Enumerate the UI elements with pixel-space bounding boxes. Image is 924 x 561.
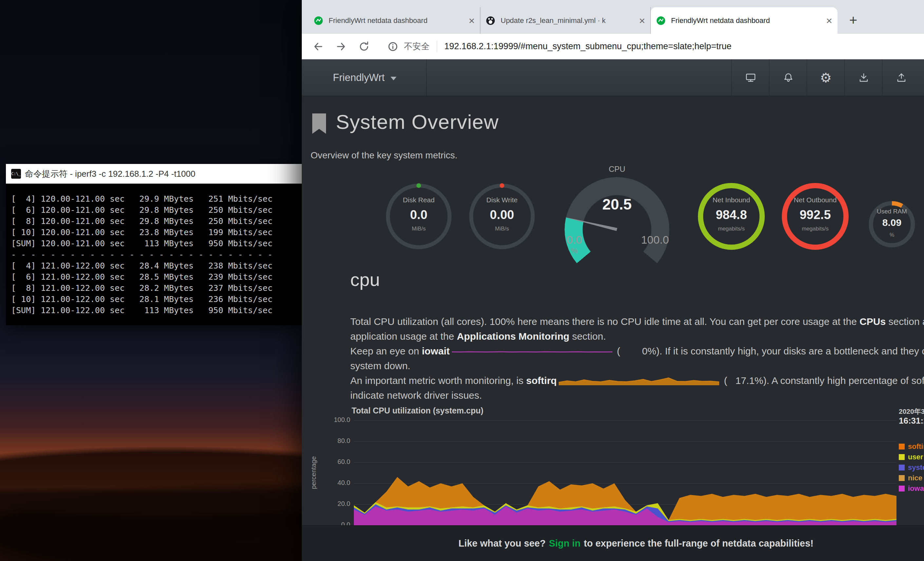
footer-text-prefix: Like what you see? — [458, 538, 546, 549]
browser-tab[interactable]: FriendlyWrt netdata dashboard× — [651, 7, 837, 34]
legend-label: softirq — [908, 442, 924, 451]
netdata-favicon — [314, 16, 323, 26]
brand-label: FriendlyWrt — [333, 72, 385, 84]
legend-item[interactable]: iowait — [899, 484, 924, 493]
address-bar[interactable]: 不安全 192.168.2.1:19999/#menu_system_subme… — [302, 34, 924, 59]
tab-close-icon[interactable]: × — [826, 16, 832, 26]
used-ram-gauge[interactable]: Used RAM 8.09 % — [862, 195, 921, 254]
settings-gear-button[interactable]: ⚙ — [807, 59, 845, 96]
inline-link[interactable]: iowait — [422, 346, 450, 356]
softirq-sparkline — [559, 375, 719, 385]
reload-icon[interactable] — [357, 40, 370, 53]
signin-link[interactable]: Sign in — [549, 538, 580, 549]
gauge-value: 992.5 — [776, 208, 855, 222]
back-icon[interactable] — [312, 40, 325, 53]
new-tab-button[interactable]: + — [844, 11, 862, 30]
net-inbound-gauge[interactable]: Net Inbound 984.8 megabits/s — [692, 177, 771, 256]
net-outbound-gauge[interactable]: Net Outbound 992.5 megabits/s — [776, 177, 855, 256]
cpu-utilization-chart[interactable] — [354, 420, 897, 525]
chevron-down-icon — [391, 77, 396, 80]
gauge-title: Disk Write — [463, 196, 541, 204]
gauge-value: 984.8 — [692, 208, 771, 222]
legend-swatch — [899, 475, 904, 481]
y-tick-label: 20.0 — [315, 500, 350, 508]
y-tick-label: 100.0 — [315, 416, 350, 424]
url-text[interactable]: 192.168.2.1:19999/#menu_system_submenu_c… — [444, 41, 924, 51]
legend-label: user — [908, 453, 923, 461]
gear-icon: ⚙ — [820, 71, 832, 84]
address-divider — [437, 41, 437, 52]
tab-title: FriendlyWrt netdata dashboard — [671, 17, 822, 25]
text-run: ). A constantly high percentage of softi… — [764, 375, 924, 386]
gauge-title: Disk Read — [380, 196, 458, 204]
legend-item[interactable]: nice — [899, 474, 922, 483]
page-info-icon[interactable] — [386, 40, 399, 53]
terminal-window[interactable]: C:\_ 命令提示符 - iperf3 -c 192.168.1.2 -P4 -… — [6, 164, 302, 325]
legend-item[interactable]: softirq — [899, 442, 924, 451]
text-run: ( — [721, 375, 727, 386]
tab-title: Update r2s_lean_minimal.yml · k — [501, 17, 634, 25]
inline-link[interactable]: CPUs — [860, 316, 886, 327]
description-line: An important metric worth monitoring, is… — [350, 373, 924, 388]
export-button[interactable] — [882, 59, 920, 96]
terminal-titlebar[interactable]: C:\_ 命令提示符 - iperf3 -c 192.168.1.2 -P4 -… — [6, 164, 302, 183]
browser-tab[interactable]: Update r2s_lean_minimal.yml · k× — [480, 7, 651, 34]
github-favicon — [486, 16, 495, 26]
legend-item[interactable]: user — [899, 453, 923, 462]
gauge-max: 100.0 — [629, 233, 681, 246]
legend-swatch — [899, 454, 904, 460]
netdata-navbar: FriendlyWrt ⚙ — [302, 59, 924, 96]
terminal-output: [ 4] 120.00-121.00 sec 29.9 MBytes 251 M… — [6, 183, 302, 325]
gauge-unit: MiB/s — [380, 226, 458, 232]
iowait-sparkline — [452, 347, 612, 356]
import-button[interactable] — [844, 59, 882, 96]
gauge-arc — [564, 177, 669, 282]
cmd-icon: C:\_ — [11, 169, 21, 179]
forward-icon[interactable] — [334, 40, 348, 53]
y-tick-label: 80.0 — [315, 437, 350, 445]
text-run: ). If it is constantly high, your disks … — [656, 346, 924, 356]
security-label[interactable]: 不安全 — [404, 41, 429, 52]
cpu-description: Total CPU utilization (all cores). 100% … — [350, 314, 924, 403]
inline-link[interactable]: Applications Monitoring — [457, 331, 569, 341]
footer-text-suffix: to experience the full-range of netdata … — [584, 538, 814, 549]
text-run: section. — [570, 331, 606, 341]
gauge-value: 0.0 — [380, 208, 458, 222]
legend-item[interactable]: system — [899, 463, 924, 472]
screen: C:\_ 命令提示符 - iperf3 -c 192.168.1.2 -P4 -… — [0, 0, 924, 561]
gauge-unit: MiB/s — [463, 226, 541, 232]
description-line: application usage at the Applications Mo… — [350, 329, 924, 344]
disk-write-gauge[interactable]: Disk Write 0.00 MiB/s — [463, 177, 541, 256]
gauge-unit: % — [555, 247, 594, 255]
chart-date-label: 2020年3 — [899, 407, 924, 416]
cpu-gauge[interactable]: CPU 20.5 0.0 100.0 % — [555, 164, 679, 262]
text-run: ( — [614, 346, 620, 356]
alarms-bell-button[interactable] — [769, 59, 807, 96]
gauge-min: 0.0 — [555, 233, 594, 246]
gauge-title: Net Inbound — [692, 196, 771, 204]
cpu-section-heading: cpu — [350, 269, 380, 290]
y-tick-label: 40.0 — [315, 479, 350, 487]
legend-label: system — [908, 463, 924, 472]
legend-swatch — [899, 444, 904, 450]
text-run: Keep an eye on — [350, 346, 422, 356]
legend-label: iowait — [908, 484, 924, 493]
tab-strip: FriendlyWrt netdata dashboard×Update r2s… — [302, 0, 924, 34]
inline-link[interactable]: softirq — [526, 375, 557, 386]
chart-title: Total CPU utilization (system.cpu) — [352, 406, 483, 415]
disk-read-gauge[interactable]: Disk Read 0.0 MiB/s — [380, 177, 458, 256]
signin-footer: Like what you see? Sign in to experience… — [302, 525, 924, 561]
netdata-favicon — [656, 16, 666, 26]
chart-y-axis-label: percentage — [310, 440, 318, 505]
tab-close-icon[interactable]: × — [639, 16, 645, 26]
tab-close-icon[interactable]: × — [468, 16, 475, 26]
gauge-unit: % — [862, 232, 921, 238]
legend-label: nice — [908, 474, 922, 482]
text-run: application usage at the — [350, 331, 457, 341]
browser-window: FriendlyWrt netdata dashboard×Update r2s… — [302, 0, 924, 561]
browser-tab[interactable]: FriendlyWrt netdata dashboard× — [308, 7, 480, 34]
legend-swatch — [899, 486, 904, 492]
description-line: system down. — [350, 358, 924, 373]
brand-menu[interactable]: FriendlyWrt — [302, 59, 427, 96]
display-mode-button[interactable] — [731, 59, 770, 96]
